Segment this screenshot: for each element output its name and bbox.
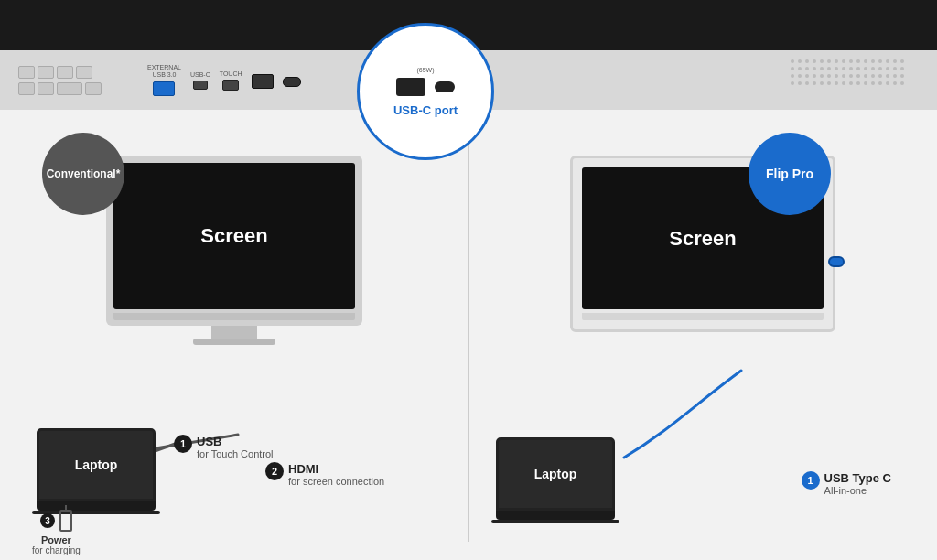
monitor-stand-left	[211, 326, 257, 339]
usbc-type-label: USB Type C	[824, 471, 891, 485]
left-laptop-screen: Laptop	[37, 428, 156, 501]
main-content: Conventional* Screen	[0, 110, 937, 560]
right-laptop-screen: Laptop	[496, 437, 615, 511]
right-panel: Flip Pro Screen	[468, 110, 937, 560]
power-badge-num: 3	[40, 513, 55, 528]
monitor-bottom-strip	[113, 313, 355, 320]
monitor-base-left	[193, 339, 275, 345]
power-sublabel: for charging	[32, 545, 81, 555]
usbc-type-sublabel: All-in-one	[824, 485, 891, 496]
conventional-monitor-area: Conventional* Screen	[106, 156, 362, 345]
hdmi-badge-num: 2	[265, 462, 284, 480]
conventional-screen-label: Screen	[200, 224, 267, 248]
flippro-monitor-bottom	[582, 313, 824, 320]
usb-sublabel: for Touch Control	[197, 448, 274, 459]
usbc-ports-display	[396, 78, 455, 96]
power-section: 3 Power for charging	[32, 510, 81, 555]
hdmi-label: HDMI	[288, 462, 384, 476]
left-panel: Conventional* Screen	[0, 110, 468, 560]
hdmi-port-display	[396, 78, 425, 96]
right-laptop-hinge	[491, 520, 619, 523]
conventional-badge-label: Conventional*	[39, 160, 128, 188]
usbc-port-label: USB-C port	[393, 103, 458, 117]
usbc-65w-label: (65W)	[416, 67, 434, 73]
usbc-badge-num: 1	[802, 471, 820, 490]
left-laptop-label: Laptop	[75, 458, 118, 472]
right-laptop-base	[496, 511, 615, 520]
usb-label: USB	[197, 435, 274, 448]
conventional-screen: Screen	[113, 163, 355, 309]
usbc-port-display	[435, 81, 455, 92]
usb-badge-num: 1	[174, 435, 192, 453]
flippro-screen-label: Screen	[669, 227, 736, 251]
power-label: Power	[41, 534, 71, 545]
hdmi-connection-label: 2 HDMI for screen connection	[265, 462, 384, 487]
flippro-usbc-port-indicator	[828, 256, 845, 267]
power-plug-icon	[59, 510, 72, 532]
flippro-monitor-area: Flip Pro Screen	[570, 156, 835, 332]
left-laptop: Laptop	[37, 428, 160, 514]
usbc-callout: (65W) USB-C port	[357, 23, 494, 160]
flippro-badge: Flip Pro	[749, 133, 831, 215]
right-laptop-label: Laptop	[534, 467, 577, 481]
hdmi-sublabel: for screen connection	[288, 476, 384, 487]
conventional-badge: Conventional*	[42, 133, 124, 215]
conventional-monitor-frame: Screen	[106, 156, 362, 326]
usb-connection-label: 1 USB for Touch Control	[174, 435, 274, 459]
right-laptop: Laptop	[496, 437, 619, 523]
usbc-connection-label: 1 USB Type C All-in-one	[802, 471, 891, 496]
flippro-badge-label: Flip Pro	[766, 167, 813, 181]
